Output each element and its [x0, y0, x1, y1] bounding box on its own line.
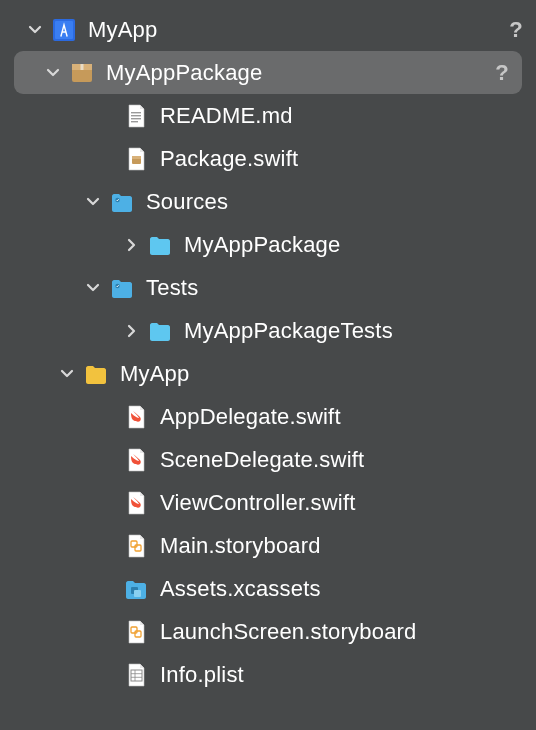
tree-row-infoplist[interactable]: Info.plist [0, 653, 536, 696]
tree-label: SceneDelegate.swift [160, 447, 526, 473]
chevron-down-icon[interactable] [42, 62, 64, 84]
chevron-down-icon[interactable] [24, 19, 46, 41]
tree-label: Main.storyboard [160, 533, 526, 559]
tree-row-packageswift[interactable]: Package.swift [0, 137, 536, 180]
swift-file-icon [122, 403, 150, 431]
tree-label: MyApp [120, 361, 526, 387]
tree-row-assets[interactable]: Assets.xcassets [0, 567, 536, 610]
tree-label: ViewController.swift [160, 490, 526, 516]
tree-row-package[interactable]: MyAppPackage ? [14, 51, 522, 94]
folder-icon [146, 231, 174, 259]
scm-status: ? [492, 60, 512, 86]
storyboard-file-icon [122, 618, 150, 646]
chevron-right-icon[interactable] [120, 320, 142, 342]
tree-label: MyAppPackage [184, 232, 526, 258]
tree-label: AppDelegate.swift [160, 404, 526, 430]
swift-file-icon [122, 446, 150, 474]
tree-row-root[interactable]: MyApp ? [0, 8, 536, 51]
tree-row-readme[interactable]: README.md [0, 94, 536, 137]
chevron-down-icon[interactable] [82, 277, 104, 299]
tree-label: Sources [146, 189, 526, 215]
tree-row-viewcontroller[interactable]: ViewController.swift [0, 481, 536, 524]
tree-label: MyAppPackageTests [184, 318, 526, 344]
tree-label: Assets.xcassets [160, 576, 526, 602]
tree-row-tests[interactable]: Tests [0, 266, 536, 309]
tree-label: Tests [146, 275, 526, 301]
folder-icon [146, 317, 174, 345]
tree-label: Package.swift [160, 146, 526, 172]
folder-group-icon [108, 274, 136, 302]
tree-row-launchscreen[interactable]: LaunchScreen.storyboard [0, 610, 536, 653]
chevron-down-icon[interactable] [56, 363, 78, 385]
tree-label: Info.plist [160, 662, 526, 688]
tree-row-sources-pkg[interactable]: MyAppPackage [0, 223, 536, 266]
xcode-project-icon [50, 16, 78, 44]
tree-label: LaunchScreen.storyboard [160, 619, 526, 645]
chevron-down-icon[interactable] [82, 191, 104, 213]
tree-row-mainstoryboard[interactable]: Main.storyboard [0, 524, 536, 567]
tree-label: README.md [160, 103, 526, 129]
plist-file-icon [122, 661, 150, 689]
tree-row-scenedelegate[interactable]: SceneDelegate.swift [0, 438, 536, 481]
package-swift-icon [122, 145, 150, 173]
chevron-right-icon[interactable] [120, 234, 142, 256]
scm-status: ? [506, 17, 526, 43]
package-icon [68, 59, 96, 87]
tree-label: MyAppPackage [106, 60, 492, 86]
folder-group-icon [108, 188, 136, 216]
tree-row-tests-pkg[interactable]: MyAppPackageTests [0, 309, 536, 352]
text-file-icon [122, 102, 150, 130]
folder-yellow-icon [82, 360, 110, 388]
tree-row-sources[interactable]: Sources [0, 180, 536, 223]
tree-label: MyApp [88, 17, 506, 43]
assets-catalog-icon [122, 575, 150, 603]
swift-file-icon [122, 489, 150, 517]
tree-row-appdelegate[interactable]: AppDelegate.swift [0, 395, 536, 438]
tree-row-myapp-folder[interactable]: MyApp [0, 352, 536, 395]
storyboard-file-icon [122, 532, 150, 560]
